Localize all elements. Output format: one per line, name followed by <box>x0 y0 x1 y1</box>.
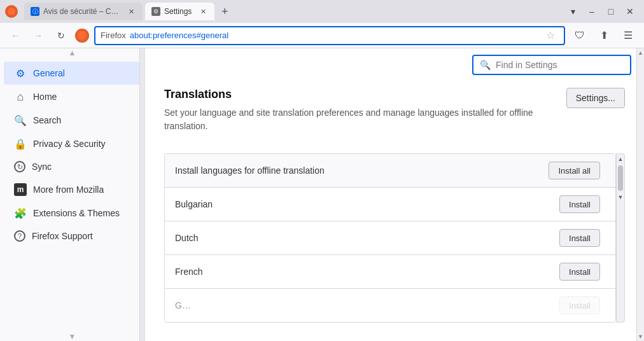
sidebar-label-more: More from Mozilla <box>33 184 104 195</box>
sidebar-label-extensions: Extensions & Themes <box>33 208 120 218</box>
install-button-dutch[interactable]: Install <box>559 229 600 247</box>
browser-chrome: ⓘ Avis de sécurité – CERT-FR ✕ ⚙ Setting… <box>0 0 644 48</box>
firefox-logo <box>75 29 89 43</box>
main-layout: ▲ ⚙ General ⌂ Home 🔍 Search 🔒 Privacy & … <box>0 48 644 341</box>
tab-close-security[interactable]: ✕ <box>126 6 136 17</box>
close-button[interactable]: ✕ <box>621 3 639 20</box>
sidebar-scroll-down[interactable]: ▼ <box>0 332 144 341</box>
lang-scroll-down-arrow[interactable]: ▼ <box>618 192 624 202</box>
home-icon: ⌂ <box>14 90 27 103</box>
content-area: 🔍 Translations Set your language and sit… <box>145 48 644 341</box>
tab-security[interactable]: ⓘ Avis de sécurité – CERT-FR ✕ <box>24 3 143 20</box>
sidebar-scroll-up[interactable]: ▲ <box>0 48 144 57</box>
lang-item-truncated: G… Install <box>165 289 615 322</box>
content-scroll-up[interactable]: ▲ <box>637 48 644 57</box>
refresh-button[interactable]: ↻ <box>52 27 70 45</box>
translations-settings-button[interactable]: Settings... <box>566 88 625 108</box>
sidebar-item-search[interactable]: 🔍 Search <box>4 109 141 132</box>
search-icon: 🔍 <box>14 114 27 127</box>
lang-list-scrollbar: ▲ ▼ <box>616 153 625 323</box>
content-scroll-down[interactable]: ▼ <box>637 332 644 341</box>
tab-label-settings: Settings <box>164 7 192 16</box>
sync-icon: ↻ <box>14 161 25 172</box>
section-desc: Set your language and site translation p… <box>164 106 546 133</box>
firefox-icon <box>5 5 18 18</box>
lang-name-truncated: G… <box>175 300 191 310</box>
list-tabs-button[interactable]: ▾ <box>564 3 582 20</box>
sidebar-label-home: Home <box>33 92 57 102</box>
install-button-truncated[interactable]: Install <box>559 296 600 314</box>
tab-close-settings[interactable]: ✕ <box>198 6 208 17</box>
sidebar-item-general[interactable]: ⚙ General <box>4 62 141 85</box>
sidebar-item-home[interactable]: ⌂ Home <box>4 85 141 108</box>
new-tab-button[interactable]: + <box>217 4 232 19</box>
install-all-label: Install languages for offline translatio… <box>175 165 325 176</box>
language-list: Install languages for offline translatio… <box>164 153 616 323</box>
lang-name-bulgarian: Bulgarian <box>175 199 213 209</box>
content-scrollbar: ▲ ▼ <box>636 48 644 341</box>
tab-settings[interactable]: ⚙ Settings ✕ <box>145 3 214 20</box>
language-list-wrapper: Install languages for offline translatio… <box>164 153 625 323</box>
window-controls: ▾ – □ ✕ <box>564 3 639 20</box>
install-all-button[interactable]: Install all <box>549 162 600 179</box>
sidebar-item-support[interactable]: ? Firefox Support <box>4 225 141 247</box>
sidebar-label-search: Search <box>33 115 61 125</box>
tab-bar: ⓘ Avis de sécurité – CERT-FR ✕ ⚙ Setting… <box>0 0 644 23</box>
lang-item-dutch: Dutch Install <box>165 221 615 255</box>
extensions-button[interactable]: ⬆ <box>594 26 613 45</box>
support-icon: ? <box>14 230 25 242</box>
find-settings-bar: 🔍 <box>145 48 644 75</box>
lang-name-dutch: Dutch <box>175 233 199 243</box>
nav-bar: ← → ↻ Firefox about:preferences#general … <box>0 23 644 48</box>
sidebar-label-sync: Sync <box>32 162 52 172</box>
find-settings-input-wrapper[interactable]: 🔍 <box>472 55 631 75</box>
minimize-button[interactable]: – <box>583 3 601 20</box>
forward-button[interactable]: → <box>29 27 47 45</box>
lang-item-bulgarian: Bulgarian Install <box>165 188 615 221</box>
url-text: about:preferences#general <box>130 31 538 40</box>
tab-favicon-security: ⓘ <box>31 7 39 16</box>
lang-item-french: French Install <box>165 255 615 289</box>
tab-label-security: Avis de sécurité – CERT-FR <box>43 7 120 16</box>
content-inner: Translations Set your language and site … <box>145 75 644 335</box>
sidebar-label-support: Firefox Support <box>32 231 93 241</box>
menu-button[interactable]: ☰ <box>619 26 638 45</box>
sidebar-item-sync[interactable]: ↻ Sync <box>4 156 141 177</box>
mozilla-icon: m <box>14 183 27 196</box>
maximize-button[interactable]: □ <box>602 3 620 20</box>
translations-header: Translations Set your language and site … <box>164 88 625 143</box>
sidebar-scrollbar <box>139 48 144 341</box>
lang-scroll-up-arrow[interactable]: ▲ <box>618 154 624 164</box>
firefox-brand-label: Firefox <box>101 31 126 40</box>
pocket-button[interactable]: 🛡 <box>570 26 589 45</box>
find-settings-search-icon: 🔍 <box>480 60 491 70</box>
lang-install-all-row: Install languages for offline translatio… <box>165 154 615 188</box>
sidebar-item-privacy[interactable]: 🔒 Privacy & Security <box>4 132 141 155</box>
extensions-icon: 🧩 <box>14 207 27 219</box>
find-settings-field[interactable] <box>496 60 624 70</box>
translations-text: Translations Set your language and site … <box>164 88 546 143</box>
sidebar: ▲ ⚙ General ⌂ Home 🔍 Search 🔒 Privacy & … <box>0 48 145 341</box>
back-button[interactable]: ← <box>6 27 24 45</box>
lang-scrollbar-thumb <box>618 165 623 191</box>
sidebar-label-general: General <box>33 68 65 78</box>
install-button-french[interactable]: Install <box>559 263 600 281</box>
sidebar-item-more[interactable]: m More from Mozilla <box>4 178 141 201</box>
install-button-bulgarian[interactable]: Install <box>559 195 600 213</box>
lock-icon: 🔒 <box>14 137 27 150</box>
sidebar-item-extensions[interactable]: 🧩 Extensions & Themes <box>4 202 141 225</box>
section-title: Translations <box>164 88 546 101</box>
bookmark-star[interactable]: ☆ <box>542 27 559 44</box>
tab-favicon-settings: ⚙ <box>151 7 160 16</box>
url-bar[interactable]: Firefox about:preferences#general ☆ <box>94 26 565 45</box>
gear-icon: ⚙ <box>14 67 27 80</box>
lang-name-french: French <box>175 267 203 277</box>
sidebar-label-privacy: Privacy & Security <box>33 139 106 149</box>
